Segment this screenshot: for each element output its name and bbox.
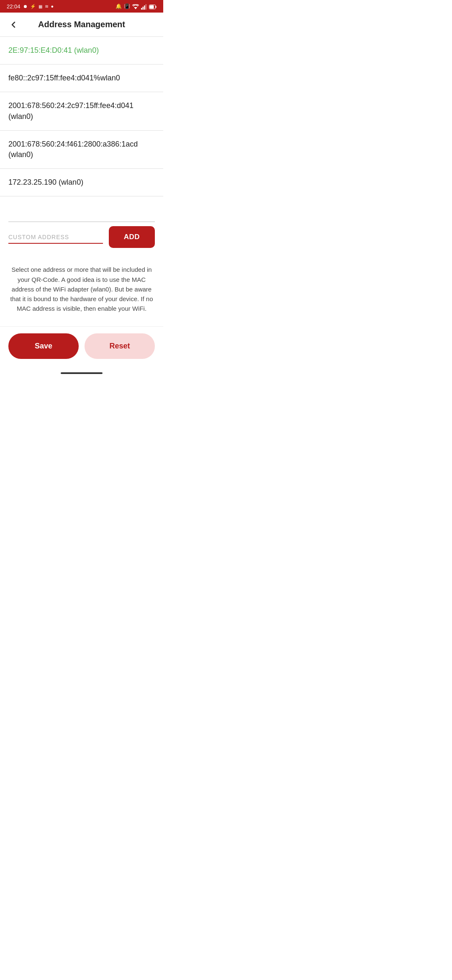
alarm-icon: 🔔	[116, 3, 122, 9]
record-icon: ⏺	[23, 4, 28, 9]
wifi-icon	[132, 3, 139, 9]
svg-rect-6	[150, 5, 154, 8]
status-bar-right: 🔔 📳	[116, 3, 157, 9]
svg-rect-3	[144, 5, 145, 10]
flash-icon: ⚡	[30, 4, 36, 9]
battery-icon	[149, 3, 157, 10]
info-text: Select one address or more that will be …	[0, 256, 163, 326]
status-bar-left: 22:04 ⏺ ⚡ ▦ ≋ ●	[7, 3, 54, 10]
reset-button[interactable]: Reset	[85, 333, 155, 359]
address-item-4[interactable]: 2001:678:560:24:f461:2800:a386:1acd (wla…	[0, 131, 163, 169]
back-button[interactable]	[5, 16, 22, 33]
svg-rect-4	[146, 4, 147, 10]
address-item-5[interactable]: 172.23.25.190 (wlan0)	[0, 169, 163, 196]
address-item-1[interactable]: 2E:97:15:E4:D0:41 (wlan0)	[0, 37, 163, 64]
svg-rect-1	[141, 8, 142, 10]
svg-rect-2	[143, 7, 144, 10]
back-icon	[8, 19, 18, 29]
sim-icon: ▦	[39, 4, 42, 9]
status-time: 22:04	[7, 3, 21, 10]
save-button[interactable]: Save	[8, 333, 79, 359]
home-indicator	[0, 369, 163, 377]
custom-address-row: ADD	[0, 222, 163, 256]
signal-icon	[141, 3, 147, 9]
spacer	[0, 196, 163, 222]
svg-marker-0	[134, 7, 137, 9]
vibrate-icon: 📳	[124, 3, 130, 9]
app-bar: Address Management	[0, 13, 163, 37]
address-item-3[interactable]: 2001:678:560:24:2c97:15ff:fee4:d041 (wla…	[0, 92, 163, 130]
address-list: 2E:97:15:E4:D0:41 (wlan0) fe80::2c97:15f…	[0, 37, 163, 196]
bottom-buttons: Save Reset	[0, 326, 163, 369]
status-bar: 22:04 ⏺ ⚡ ▦ ≋ ● 🔔 📳	[0, 0, 163, 13]
svg-rect-7	[156, 6, 157, 8]
wifi-calling-icon: ≋	[45, 4, 49, 9]
custom-address-input[interactable]	[8, 231, 103, 244]
home-indicator-bar	[61, 372, 103, 374]
add-button[interactable]: ADD	[109, 226, 155, 248]
page-title: Address Management	[22, 20, 141, 29]
dot-icon: ●	[51, 4, 54, 9]
address-item-2[interactable]: fe80::2c97:15ff:fee4:d041%wlan0	[0, 64, 163, 92]
